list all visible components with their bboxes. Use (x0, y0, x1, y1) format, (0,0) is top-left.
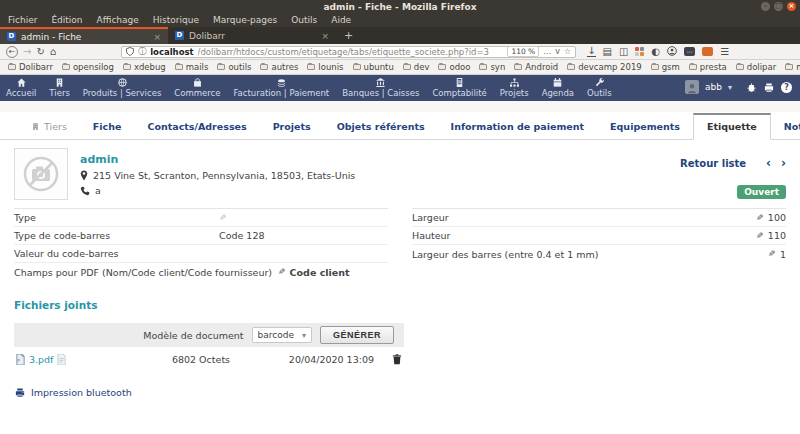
bluetooth-print-link[interactable]: Impression bluetooth (31, 387, 132, 398)
nav-tiers[interactable]: Tiers (49, 77, 69, 98)
tab-information-paiement[interactable]: Information de paiement (438, 115, 597, 139)
zoom-level-badge[interactable]: 110 % (507, 46, 539, 57)
edit-pencil-icon[interactable]: ✎ (756, 213, 764, 223)
next-record-icon[interactable]: › (781, 156, 786, 170)
document-model-select[interactable]: barcode ▾ (252, 327, 312, 343)
help-icon[interactable]: ? (781, 82, 792, 93)
reload-button[interactable]: ↻ (36, 46, 44, 58)
print-icon[interactable] (763, 82, 775, 93)
bookmark-folder[interactable]: lounis (307, 62, 343, 72)
bug-icon[interactable] (746, 82, 757, 93)
menu-help[interactable]: Aide (331, 15, 351, 25)
tab-etiquette[interactable]: Etiquette (693, 113, 771, 140)
attachments-header-row: Modèle de document barcode ▾ GÉNÉRER (14, 323, 404, 347)
bookmark-folder[interactable]: mails (175, 62, 209, 72)
menu-file[interactable]: Fichier (8, 15, 37, 25)
folder-icon (307, 64, 315, 70)
tab-projets[interactable]: Projets (260, 115, 324, 139)
bookmark-star-icon[interactable]: ☆ (564, 47, 571, 56)
tab-close-icon[interactable]: × (153, 32, 161, 42)
bookmark-folder[interactable]: ubuntu (353, 62, 394, 72)
user-avatar[interactable] (685, 80, 699, 94)
close-button[interactable]: × (787, 2, 796, 11)
nav-commerce[interactable]: Commerce (174, 77, 220, 98)
page-actions-icon[interactable]: … (543, 47, 551, 56)
bookmark-folder[interactable]: gsm (651, 62, 680, 72)
generate-button[interactable]: GÉNÉRER (320, 326, 394, 344)
file-status-icon[interactable] (57, 354, 66, 365)
browser-tab-active[interactable]: D admin - Fiche × (0, 27, 168, 44)
pocket-icon[interactable]: v (555, 47, 560, 56)
nav-facturation[interactable]: Facturation | Paiement (233, 77, 329, 98)
nav-banques[interactable]: Banques | Caisses (342, 77, 419, 98)
field-row-type: Type ✎ (14, 209, 388, 227)
bookmark-folder[interactable]: syn (479, 62, 505, 72)
edit-pencil-icon[interactable]: ✎ (278, 267, 286, 277)
file-link[interactable]: 3.pdf (29, 354, 53, 365)
nav-projets[interactable]: Projets (500, 77, 529, 98)
folder-icon (175, 64, 183, 70)
menu-view[interactable]: Affichage (97, 15, 139, 25)
menu-edit[interactable]: Édition (51, 15, 82, 25)
site-info-icon[interactable]: ⓘ (138, 46, 146, 57)
forward-button[interactable]: → (23, 46, 31, 58)
nav-accueil[interactable]: Accueil (6, 77, 36, 98)
calculator-icon (454, 77, 465, 88)
browser-tab-inactive[interactable]: D Dolibarr × (168, 27, 336, 44)
home-button[interactable]: ⌂ (50, 46, 56, 58)
menu-history[interactable]: Historique (153, 15, 199, 25)
new-tab-button[interactable]: + (336, 27, 361, 44)
sidebar-icon[interactable]: ◫ (619, 46, 628, 57)
bookmark-folder[interactable]: devcamp 2019 (567, 62, 642, 72)
bookmark-folder[interactable]: dev (403, 62, 430, 72)
nav-outils[interactable]: Outils (587, 77, 612, 98)
bookmark-folder[interactable]: dolipar (736, 62, 776, 72)
extension-grid-icon[interactable] (635, 47, 644, 56)
hamburger-menu-icon[interactable]: ☰ (720, 46, 729, 57)
bookmark-folder[interactable]: Dolibarr (8, 62, 53, 72)
bookmark-folder[interactable]: marseille (785, 62, 800, 72)
menu-tools[interactable]: Outils (291, 15, 317, 25)
user-caret-icon[interactable]: ▾ (728, 83, 732, 92)
container-icon[interactable]: ◐ (651, 46, 660, 57)
tab-fiche[interactable]: Fiche (80, 115, 135, 139)
bookmark-folder[interactable]: outils (217, 62, 251, 72)
record-phone[interactable]: a (95, 185, 101, 196)
bookmark-folder[interactable]: odoo (438, 62, 470, 72)
maximize-button[interactable]: □ (774, 2, 783, 11)
bookmark-folder[interactable]: xdebug (123, 62, 166, 72)
extension-badge-icon[interactable]: ⋯ (684, 47, 695, 56)
tab-objets-referents[interactable]: Objets référents (324, 115, 438, 139)
shield-icon[interactable] (126, 47, 134, 56)
tab-equipements[interactable]: Equipements (597, 115, 693, 139)
addon-icon[interactable] (702, 47, 713, 56)
folder-icon (567, 64, 575, 70)
library-icon[interactable]: ▤ (603, 46, 612, 57)
delete-trash-icon[interactable] (392, 354, 402, 365)
user-login[interactable]: abb (705, 82, 722, 92)
prev-record-icon[interactable]: ‹ (766, 156, 771, 170)
back-to-list-link[interactable]: Retour liste (680, 158, 746, 169)
tab-contacts-adresses[interactable]: Contacts/Adresses (134, 115, 259, 139)
account-icon[interactable] (667, 46, 677, 58)
folder-icon (689, 64, 697, 70)
bookmark-folder[interactable]: autres (260, 62, 298, 72)
edit-pencil-icon[interactable]: ✎ (756, 231, 764, 241)
tab-close-icon[interactable]: × (321, 31, 329, 41)
edit-pencil-icon[interactable]: ✎ (219, 213, 227, 223)
edit-pencil-icon[interactable]: ✎ (768, 249, 776, 259)
downloads-icon[interactable]: ↓ (587, 47, 595, 57)
nav-agenda[interactable]: Agenda (542, 77, 574, 98)
tab-notes[interactable]: Notes (771, 115, 800, 139)
field-table-left: Type ✎ Type de code-barres Code 128 Vale… (14, 208, 388, 281)
bookmark-folder[interactable]: opensilog (62, 62, 114, 72)
bookmark-folder[interactable]: presta (689, 62, 727, 72)
building-icon (31, 122, 40, 131)
menu-bookmarks[interactable]: Marque-pages (213, 15, 277, 25)
back-button[interactable]: ← (6, 46, 18, 58)
url-bar[interactable]: ⓘ localhost /dolibarr/htdocs/custom/etiq… (121, 46, 576, 58)
nav-produits-services[interactable]: Produits | Services (83, 77, 162, 98)
minimize-button[interactable]: – (761, 2, 770, 11)
nav-comptabilite[interactable]: Comptabilité (432, 77, 486, 98)
bookmark-folder[interactable]: Android (514, 62, 558, 72)
